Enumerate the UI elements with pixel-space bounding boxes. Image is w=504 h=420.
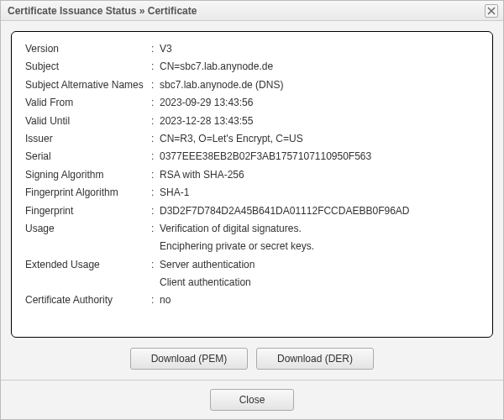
cert-field-row: Valid Until:2023-12-28 13:43:55	[25, 113, 479, 130]
colon: :	[151, 204, 160, 218]
colon: :	[151, 42, 160, 56]
cert-field-value: Enciphering private or secret keys.	[160, 239, 479, 254]
cert-field-row: Issuer:CN=R3, O=Let's Encrypt, C=US	[25, 130, 479, 148]
colon: :	[151, 222, 160, 236]
cert-field-row: Subject Alternative Names:sbc7.lab.anyno…	[25, 76, 479, 94]
footer: Close	[1, 380, 503, 419]
cert-field-value: 2023-09-29 13:43:56	[160, 96, 479, 110]
titlebar: Certificate Issuance Status » Certificat…	[1, 1, 503, 21]
cert-field-label: Fingerprint	[25, 204, 151, 218]
close-icon[interactable]	[485, 4, 498, 18]
cert-field-label: Fingerprint Algorithm	[25, 186, 151, 200]
cert-field-label: Extended Usage	[25, 258, 151, 272]
colon: :	[151, 150, 160, 164]
cert-field-label: Subject Alternative Names	[25, 78, 151, 92]
cert-field-value: no	[160, 293, 479, 307]
cert-field-value: Server authentication	[160, 258, 479, 272]
cert-field-row: Certificate Authority:no	[25, 291, 479, 309]
cert-field-label: Usage	[25, 222, 151, 236]
cert-field-row: Fingerprint Algorithm:SHA-1	[25, 184, 479, 202]
colon: :	[151, 132, 160, 146]
close-button[interactable]: Close	[210, 389, 294, 411]
window-title: Certificate Issuance Status » Certificat…	[8, 5, 485, 17]
cert-field-label: Subject	[25, 60, 151, 74]
cert-field-value: sbc7.lab.anynode.de (DNS)	[160, 78, 479, 92]
cert-field-row: Serial:0377EEE38EB2B02F3AB1757107110950F…	[25, 148, 479, 165]
download-pem-button[interactable]: Download (PEM)	[130, 348, 248, 370]
download-button-row: Download (PEM) Download (DER)	[11, 348, 493, 370]
colon	[151, 239, 160, 254]
colon: :	[151, 114, 160, 129]
cert-field-row: Usage:Verification of digital signatures…	[25, 220, 479, 238]
cert-field-value: 0377EEE38EB2B02F3AB1757107110950F563	[160, 150, 479, 164]
colon: :	[151, 168, 160, 182]
cert-field-value: CN=sbc7.lab.anynode.de	[160, 60, 479, 74]
colon: :	[151, 78, 160, 92]
cert-field-label	[25, 239, 151, 254]
cert-field-row: Subject:CN=sbc7.lab.anynode.de	[25, 58, 479, 76]
cert-field-value: Verification of digital signatures.	[160, 222, 479, 236]
cert-field-row: Valid From:2023-09-29 13:43:56	[25, 94, 479, 112]
cert-field-value: RSA with SHA-256	[160, 168, 479, 182]
colon: :	[151, 293, 160, 307]
cert-field-label: Signing Algorithm	[25, 168, 151, 182]
cert-field-label	[25, 276, 151, 290]
cert-field-value: 2023-12-28 13:43:55	[160, 114, 479, 129]
colon: :	[151, 96, 160, 110]
cert-field-row: Client authentication	[25, 274, 479, 291]
colon	[151, 276, 160, 290]
cert-field-row: Signing Algorithm:RSA with SHA-256	[25, 166, 479, 184]
cert-field-row: Extended Usage:Server authentication	[25, 256, 479, 274]
download-der-button[interactable]: Download (DER)	[256, 348, 374, 370]
content-area: Version:V3Subject:CN=sbc7.lab.anynode.de…	[1, 21, 503, 380]
cert-field-value: SHA-1	[160, 186, 479, 200]
cert-field-label: Issuer	[25, 132, 151, 146]
cert-field-row: Enciphering private or secret keys.	[25, 238, 479, 255]
cert-field-value: V3	[160, 42, 479, 56]
colon: :	[151, 186, 160, 200]
cert-field-value: CN=R3, O=Let's Encrypt, C=US	[160, 132, 479, 146]
dialog-window: Certificate Issuance Status » Certificat…	[0, 0, 504, 420]
cert-field-value: D3D2F7D784D2A45B641DA01112FCCDAEBB0F96AD	[160, 204, 479, 218]
cert-field-label: Version	[25, 42, 151, 56]
cert-field-label: Valid From	[25, 96, 151, 110]
colon: :	[151, 258, 160, 272]
cert-field-label: Serial	[25, 150, 151, 164]
colon: :	[151, 60, 160, 74]
cert-field-label: Certificate Authority	[25, 293, 151, 307]
cert-field-value: Client authentication	[160, 276, 479, 290]
cert-field-row: Fingerprint:D3D2F7D784D2A45B641DA01112FC…	[25, 202, 479, 220]
certificate-details-box: Version:V3Subject:CN=sbc7.lab.anynode.de…	[11, 31, 493, 338]
cert-field-row: Version:V3	[25, 40, 479, 58]
cert-field-label: Valid Until	[25, 114, 151, 129]
